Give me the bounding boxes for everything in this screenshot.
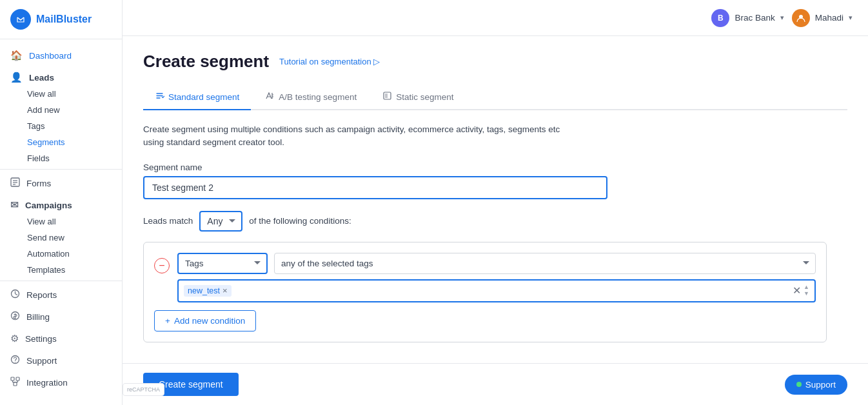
page-body: Create segment Tutorial on segmentation … [123, 36, 868, 363]
sidebar-item-reports[interactable]: Reports [0, 284, 122, 306]
logo-icon [10, 9, 31, 30]
tab-ab[interactable]: A/B testing segment [253, 84, 368, 110]
org-name: Brac Bank [735, 13, 774, 23]
tag-chip-remove-button[interactable]: × [222, 286, 228, 295]
description-text: Create segment using multiple conditions… [143, 123, 847, 150]
sidebar-item-settings-label: Settings [25, 334, 57, 344]
svg-rect-14 [385, 94, 388, 98]
org-chevron-icon: ▾ [780, 14, 784, 22]
sidebar-item-tags[interactable]: Tags [0, 118, 122, 134]
org-account[interactable]: B Brac Bank ▾ [711, 9, 784, 27]
svg-rect-10 [16, 377, 19, 380]
sidebar-item-dashboard[interactable]: 🏠 Dashboard [0, 44, 122, 66]
tag-arrow-up[interactable]: ▲ [804, 284, 809, 290]
svg-rect-9 [11, 377, 14, 380]
add-condition-button[interactable]: + Add new condition [154, 310, 256, 331]
user-name: Mahadi [815, 13, 843, 23]
condition-field-select[interactable]: Tags Email Name Status [177, 253, 268, 274]
bottom-bar: Create segment Support [123, 363, 868, 405]
sidebar-item-support-label: Support [26, 356, 57, 366]
sidebar-item-view-all[interactable]: View all [0, 86, 122, 102]
integration-icon [10, 377, 20, 388]
ab-tab-icon [265, 91, 275, 103]
sidebar-item-campaigns-view-all[interactable]: View all [0, 213, 122, 230]
support-dot [796, 382, 802, 387]
tag-chip: new_test × [184, 285, 232, 297]
following-conditions-label: of the following conditions: [249, 216, 351, 226]
sidebar-item-support[interactable]: Support [0, 350, 122, 371]
org-avatar: B [711, 9, 729, 27]
tab-static-label: Static segment [396, 92, 453, 102]
sidebar-item-templates[interactable]: Templates [0, 262, 122, 278]
campaigns-icon: ✉ [10, 199, 19, 211]
sidebar-item-integration-label: Integration [26, 378, 68, 388]
tab-static[interactable]: Static segment [371, 84, 465, 110]
svg-rect-11 [14, 382, 17, 386]
tag-clear-button[interactable]: ✕ [793, 284, 801, 297]
sidebar-item-forms[interactable]: Forms [0, 172, 122, 194]
tag-input-area[interactable]: new_test × ✕ ▲ ▼ [177, 279, 816, 302]
plus-icon: + [165, 316, 170, 326]
sidebar-section-leads[interactable]: 👤 Leads [0, 66, 122, 86]
recaptcha-badge: reCAPTCHA [123, 383, 164, 396]
settings-icon: ⚙ [10, 333, 19, 344]
tab-ab-label: A/B testing segment [279, 92, 357, 102]
home-icon: 🏠 [10, 50, 23, 61]
leads-match-select[interactable]: Any All [199, 211, 242, 232]
tabs-container: Standard segment A/B testing segment Sta… [143, 84, 847, 110]
segment-name-label: Segment name [143, 163, 847, 172]
page-header: Create segment Tutorial on segmentation … [143, 52, 847, 72]
leads-match-row: Leads match Any All of the following con… [143, 211, 847, 232]
leads-match-label: Leads match [143, 216, 193, 226]
static-tab-icon [382, 91, 392, 103]
sidebar-item-billing-label: Billing [26, 312, 50, 322]
user-chevron-icon: ▾ [849, 14, 853, 22]
tab-standard-label: Standard segment [168, 92, 239, 102]
sidebar-section-campaigns[interactable]: ✉ Campaigns [0, 194, 122, 213]
sidebar-item-reports-label: Reports [26, 290, 57, 300]
sidebar-item-dashboard-label: Dashboard [29, 51, 72, 61]
sidebar-item-send-new[interactable]: Send new [0, 230, 122, 246]
sidebar-section-campaigns-label: Campaigns [25, 201, 72, 210]
tag-arrow-down[interactable]: ▼ [804, 291, 809, 297]
logo[interactable]: MailBluster [0, 0, 122, 39]
segment-name-input[interactable] [143, 176, 607, 199]
page-title: Create segment [143, 52, 269, 72]
condition-type-select[interactable]: any of the selected tags all of the sele… [274, 253, 816, 274]
sidebar-item-settings[interactable]: ⚙ Settings [0, 328, 122, 350]
billing-icon [10, 311, 20, 322]
sidebar-nav: 🏠 Dashboard 👤 Leads View all Add new Tag… [0, 39, 122, 405]
sidebar-item-forms-label: Forms [26, 179, 51, 188]
topbar: B Brac Bank ▾ Mahadi ▾ [123, 0, 868, 36]
add-condition-label: Add new condition [174, 316, 245, 326]
sidebar-item-integration[interactable]: Integration [0, 371, 122, 393]
tag-chip-label: new_test [188, 286, 220, 295]
condition-fields: Tags Email Name Status any of the select… [177, 253, 816, 302]
minus-icon: − [159, 260, 164, 272]
tag-arrow-buttons: ▲ ▼ [804, 284, 809, 297]
support-nav-icon [10, 355, 20, 366]
support-button[interactable]: Support [785, 375, 847, 395]
condition-row: − Tags Email Name Status any of the sele… [154, 253, 816, 302]
sidebar-section-leads-label: Leads [29, 73, 54, 83]
sidebar-item-billing[interactable]: Billing [0, 306, 122, 328]
sidebar-item-segments[interactable]: Segments [0, 134, 122, 150]
sidebar-item-add-new[interactable]: Add new [0, 102, 122, 118]
standard-tab-icon [155, 91, 164, 103]
sidebar-item-fields[interactable]: Fields [0, 150, 122, 166]
sidebar: MailBluster 🏠 Dashboard 👤 Leads View all… [0, 0, 123, 405]
sidebar-item-automation[interactable]: Automation [0, 246, 122, 262]
support-button-label: Support [805, 380, 836, 390]
forms-icon [10, 177, 20, 189]
user-icon: 👤 [10, 72, 23, 83]
user-account[interactable]: Mahadi ▾ [792, 9, 853, 27]
segment-name-group: Segment name [143, 163, 847, 199]
user-avatar [792, 9, 810, 27]
svg-point-0 [14, 13, 27, 26]
tab-standard[interactable]: Standard segment [143, 84, 251, 110]
reports-icon [10, 289, 20, 301]
tag-input-controls: ✕ ▲ ▼ [793, 284, 809, 297]
svg-point-8 [15, 362, 15, 362]
remove-condition-button[interactable]: − [154, 258, 170, 273]
tutorial-link[interactable]: Tutorial on segmentation ▷ [279, 57, 380, 66]
